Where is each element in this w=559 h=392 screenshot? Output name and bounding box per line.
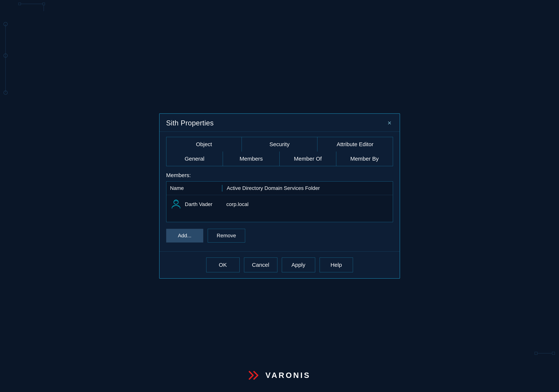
remove-button[interactable]: Remove	[208, 229, 245, 243]
sith-properties-dialog: Sith Properties × Object Security Attrib…	[159, 113, 400, 279]
apply-button[interactable]: Apply	[282, 258, 315, 272]
svg-point-4	[4, 91, 7, 94]
dialog-content: Object Security Attribute Editor General…	[159, 132, 400, 251]
members-section-label: Members:	[166, 172, 393, 178]
ok-button[interactable]: OK	[206, 258, 240, 272]
help-button[interactable]: Help	[320, 258, 353, 272]
tab-security[interactable]: Security	[242, 137, 317, 151]
varonis-brand-text: VARONIS	[265, 371, 310, 380]
varonis-logo: VARONIS	[248, 370, 310, 381]
svg-point-2	[4, 54, 7, 57]
svg-rect-7	[43, 3, 45, 5]
svg-rect-5	[19, 3, 21, 5]
dialog-footer: OK Cancel Apply Help	[159, 251, 400, 278]
svg-point-14	[173, 206, 174, 206]
svg-rect-11	[535, 352, 537, 355]
add-button[interactable]: Add...	[166, 229, 203, 243]
dialog-title: Sith Properties	[166, 119, 214, 127]
member-domain: corp.local	[222, 201, 249, 207]
member-name: Darth Vader	[185, 201, 213, 207]
tab-object[interactable]: Object	[166, 137, 242, 151]
user-avatar-icon	[170, 198, 182, 210]
column-divider	[222, 185, 222, 192]
tab-members[interactable]: Members	[223, 151, 280, 166]
table-row[interactable]: Darth Vader corp.local	[166, 195, 393, 214]
action-buttons: Add... Remove	[166, 229, 393, 243]
tab-attribute-editor[interactable]: Attribute Editor	[317, 137, 393, 151]
tab-member-by[interactable]: Member By	[336, 151, 393, 166]
dialog-titlebar: Sith Properties ×	[159, 114, 400, 132]
top-tab-row: Object Security Attribute Editor	[166, 137, 393, 151]
members-table: Name Active Directory Domain Services Fo…	[166, 181, 393, 222]
col-folder-header: Active Directory Domain Services Folder	[227, 185, 320, 191]
varonis-chevron-icon	[248, 370, 263, 381]
tab-general[interactable]: General	[166, 151, 223, 166]
svg-point-15	[178, 206, 179, 206]
close-button[interactable]: ×	[386, 119, 393, 127]
member-name-cell: Darth Vader	[170, 198, 222, 210]
col-name-header: Name	[170, 185, 222, 191]
svg-point-0	[4, 22, 7, 26]
cancel-button[interactable]: Cancel	[244, 258, 277, 272]
tab-member-of[interactable]: Member Of	[280, 151, 336, 166]
svg-rect-9	[552, 352, 555, 355]
bottom-tab-row: General Members Member Of Member By	[166, 151, 393, 166]
members-table-header: Name Active Directory Domain Services Fo…	[166, 182, 393, 195]
